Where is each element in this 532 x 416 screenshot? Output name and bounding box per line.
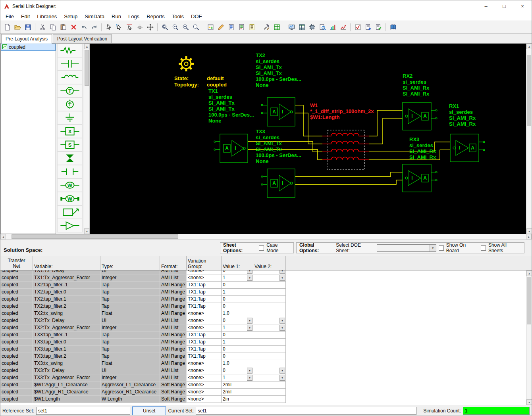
maximize-button[interactable]: □ <box>495 0 513 12</box>
scroll-left-icon[interactable]: ◄ <box>0 234 6 240</box>
cell-value2[interactable] <box>253 389 286 396</box>
cell-value2[interactable] <box>253 332 286 339</box>
scroll-down-icon[interactable]: ▼ <box>526 399 532 405</box>
column-header-format-[interactable]: Format: <box>160 256 187 270</box>
scroll-up-icon[interactable]: ▲ <box>526 270 532 276</box>
current-set-input[interactable]: set1 <box>196 407 416 415</box>
select-area-icon[interactable] <box>114 23 124 32</box>
paste-icon[interactable] <box>58 23 68 32</box>
table-row[interactable]: coupled$W1:Aggr_L1_ClearanceAggressor_L1… <box>0 381 532 389</box>
cell-variation-group[interactable]: <none> <box>187 367 222 374</box>
table-row[interactable]: coupledTX3:tap_filter.-1TapAMI RangeTX1:… <box>0 332 532 339</box>
table-row[interactable]: coupledTX2:Tx_DelayUIAMI List<none>0▼▼ <box>0 317 532 324</box>
cell-value1[interactable]: 0 <box>222 346 253 353</box>
value-dropdown-icon[interactable]: ▼ <box>279 375 285 381</box>
cell-value1[interactable]: 0 <box>222 296 253 303</box>
palette-scrollbar[interactable]: ▲ ▼ <box>84 44 89 234</box>
cut-icon[interactable] <box>38 23 47 32</box>
scroll-up-icon[interactable]: ▲ <box>526 44 532 49</box>
value-dropdown-icon[interactable]: ▼ <box>247 375 253 381</box>
rx3-buffer-symbol[interactable]: I A <box>403 164 431 192</box>
column-header-type-[interactable]: Type: <box>100 256 160 270</box>
canvas-vertical-scrollbar[interactable]: ▲ ▼ <box>526 44 532 234</box>
cell-variation-group[interactable]: TX1:Tap <box>187 346 222 353</box>
value-dropdown-icon[interactable]: ▼ <box>279 325 285 331</box>
cell-variation-group[interactable]: <none> <box>187 360 222 367</box>
probe-icon[interactable] <box>216 23 226 32</box>
tx1-label-block[interactable]: TX1si_serdesSI_AMI_TxSI_AMI_Tx100.0ps - … <box>208 88 254 124</box>
cell-variation-group[interactable]: <none> <box>187 274 222 282</box>
table-row[interactable]: coupledTX3:tap_filter.2TapAMI RangeTX1:T… <box>0 353 532 360</box>
delete-icon[interactable] <box>69 23 78 32</box>
palette-coupled-line-icon[interactable] <box>57 165 83 178</box>
table-row[interactable]: coupledTX1:Tx_DelayUIAMI List<none>0▼▼ <box>0 270 532 274</box>
tab-pre-layout-analysis[interactable]: Pre-Layout Analysis <box>1 34 52 44</box>
table-row[interactable]: coupled$W1:LengthW LengthSoft Range<none… <box>0 396 532 403</box>
menu-simdata[interactable]: SimData <box>81 13 108 20</box>
cell-value1[interactable]: 1▼ <box>222 374 253 381</box>
cell-variation-group[interactable]: TX1:Tap <box>187 353 222 360</box>
column-header-variationgroup-[interactable]: VariationGroup: <box>187 256 222 270</box>
cell-value1[interactable]: 1▼ <box>222 324 253 332</box>
scroll-down-icon[interactable]: ▼ <box>526 228 532 234</box>
cell-value1[interactable]: 0 <box>222 282 253 289</box>
w1-label-block[interactable]: W1*_1_diff_strip_100ohm_2x$W1:Length <box>310 102 374 120</box>
value-dropdown-icon[interactable]: ▼ <box>279 318 285 324</box>
value-dropdown-icon[interactable]: ▼ <box>247 325 253 331</box>
cell-value2[interactable] <box>253 396 286 403</box>
rx2-buffer-symbol[interactable]: I A <box>403 102 431 130</box>
new-file-icon[interactable] <box>2 23 12 32</box>
cell-value2[interactable]: ▼ <box>253 367 286 374</box>
rx2-label-block[interactable]: RX2si_serdesSI_AMI_RxSI_AMI_Rx <box>403 73 429 97</box>
table-row[interactable]: coupledTX2:tap_filter.0TapAMI RangeTX1:T… <box>0 289 532 296</box>
cell-variation-group[interactable]: <none> <box>187 389 222 396</box>
value-dropdown-icon[interactable]: ▼ <box>247 318 253 324</box>
cell-value2[interactable] <box>253 310 286 317</box>
scroll-up-icon[interactable]: ▲ <box>84 44 90 49</box>
rx1-buffer-symbol[interactable]: I A <box>450 134 479 162</box>
check-icon[interactable] <box>353 23 362 32</box>
notes-icon[interactable] <box>247 23 256 32</box>
table-row[interactable]: coupledTX2:tx_swingFloatAMI Range<none>1… <box>0 310 532 317</box>
cell-value1[interactable]: 0▼ <box>222 367 253 374</box>
cell-value1[interactable]: 0 <box>222 332 253 339</box>
cell-variation-group[interactable]: TX1:Tap <box>187 282 222 289</box>
optimize-icon[interactable] <box>338 23 348 32</box>
value-dropdown-icon[interactable]: ▼ <box>247 368 253 374</box>
chevron-down-icon[interactable]: ▼ <box>430 245 436 251</box>
cell-value1[interactable]: 0 <box>222 303 253 310</box>
open-icon[interactable] <box>13 23 22 32</box>
menu-edit[interactable]: Edit <box>17 13 33 20</box>
palette-wline-2-icon[interactable]: W <box>57 192 83 205</box>
table-row[interactable]: coupledTX3:tap_filter.1TapAMI RangeTX1:T… <box>0 346 532 353</box>
value-dropdown-icon[interactable]: ▼ <box>247 270 253 274</box>
close-button[interactable]: × <box>513 0 532 12</box>
cell-value2[interactable] <box>253 289 286 296</box>
palette-ground-icon[interactable] <box>57 111 83 125</box>
help-book-icon[interactable] <box>388 23 398 32</box>
menu-setup[interactable]: Setup <box>60 13 81 20</box>
log-icon[interactable] <box>237 23 246 32</box>
cell-value2[interactable]: ▼ <box>253 324 286 332</box>
cell-variation-group[interactable]: TX1:Tap <box>187 289 222 296</box>
cell-value2[interactable] <box>253 282 286 289</box>
undo-icon[interactable] <box>79 23 89 32</box>
palette-via-icon[interactable] <box>57 151 83 165</box>
palette-hierarchy-icon[interactable] <box>57 205 83 219</box>
menu-libraries[interactable]: Libraries <box>33 13 60 20</box>
cell-variation-group[interactable]: <none> <box>187 324 222 332</box>
table-row[interactable]: coupledTX2:tap_filter.2TapAMI RangeTX1:T… <box>0 303 532 310</box>
chart-icon[interactable] <box>328 23 337 32</box>
cell-value1[interactable]: 1 <box>222 339 253 346</box>
palette-buffer-icon[interactable] <box>57 219 83 232</box>
table-row[interactable]: coupledTX2:tap_filter.1TapAMI RangeTX1:T… <box>0 296 532 303</box>
scrollbar-thumb[interactable] <box>527 277 531 324</box>
cell-value2[interactable]: ▼ <box>253 317 286 324</box>
show-on-board-checkbox[interactable] <box>439 245 444 251</box>
cell-variation-group[interactable]: <none> <box>187 374 222 381</box>
spreadsheet-icon[interactable] <box>297 23 306 32</box>
move-icon[interactable] <box>145 23 155 32</box>
value-dropdown-icon[interactable]: ▼ <box>279 270 285 274</box>
cell-value1[interactable]: 2mil <box>222 381 253 389</box>
cell-variation-group[interactable]: <none> <box>187 310 222 317</box>
